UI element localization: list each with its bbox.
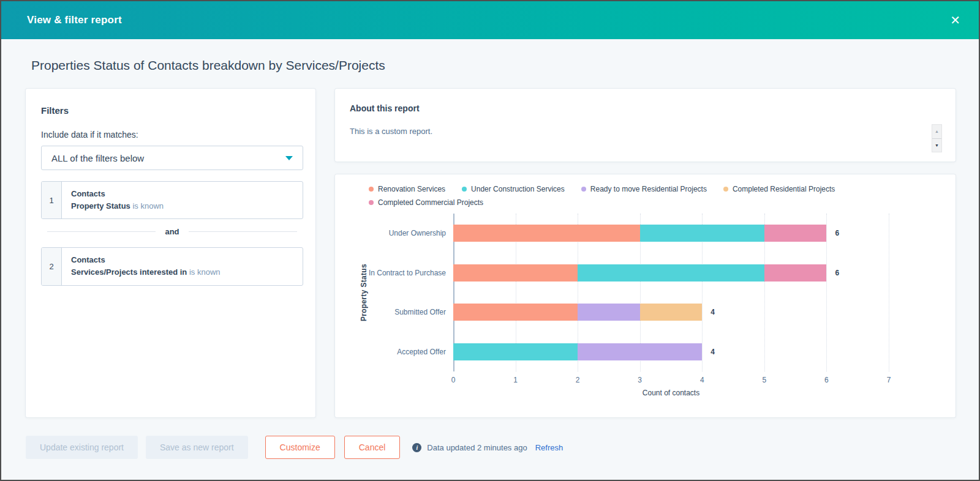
x-axis-ticks: 01234567 [453, 376, 889, 384]
match-mode-select[interactable]: ALL of the filters below [41, 146, 303, 170]
filter-number: 2 [42, 248, 62, 285]
about-heading: About this report [350, 103, 956, 113]
filter-condition: Services/Projects interested in is known [71, 266, 221, 278]
modal-header: View & filter report ✕ [1, 1, 979, 39]
legend-item[interactable]: Completed Commercial Projects [369, 198, 483, 207]
legend-dot-icon [723, 187, 728, 192]
x-tick-label: 7 [887, 376, 891, 384]
about-scrollbar[interactable]: ▲ ▼ [932, 124, 942, 152]
chart-row: Under Ownership6 [453, 214, 889, 253]
update-existing-report-button[interactable]: Update existing report [26, 436, 138, 459]
info-icon: i [412, 443, 421, 452]
chart-row: In Contract to Purchase6 [453, 253, 889, 293]
x-axis-title: Count of contacts [453, 389, 889, 397]
chart-legend: Renovation ServicesUnder Construction Se… [369, 185, 895, 207]
bar-segment [640, 304, 703, 321]
bar-segment [764, 264, 827, 282]
legend-item[interactable]: Completed Residential Projects [723, 185, 835, 193]
bar-segment [578, 343, 702, 360]
x-tick-label: 1 [513, 376, 518, 384]
chart-rows: Under Ownership6In Contract to Purchase6… [453, 214, 889, 371]
match-mode-value: ALL of the filters below [51, 153, 144, 163]
legend-dot-icon [581, 187, 586, 192]
bar-segment [578, 264, 764, 282]
filter-row-1[interactable]: 1 Contacts Property Status is known [41, 181, 303, 219]
category-label: In Contract to Purchase [369, 269, 446, 277]
category-label: Under Ownership [389, 229, 446, 237]
close-icon[interactable]: ✕ [950, 14, 960, 26]
category-label: Submitted Offer [394, 308, 446, 316]
legend-label: Ready to move Residential Projects [590, 185, 707, 193]
bar-segment [764, 225, 827, 242]
chart-plot-area: Under Ownership6In Contract to Purchase6… [453, 214, 889, 371]
legend-dot-icon [369, 200, 374, 205]
scroll-down-icon[interactable]: ▼ [932, 139, 941, 152]
data-updated-text: Data updated 2 minutes ago [427, 443, 527, 452]
legend-label: Completed Commercial Projects [378, 198, 483, 207]
scroll-up-icon[interactable]: ▲ [932, 125, 941, 139]
bar-segment [578, 304, 640, 321]
y-axis-title: Property Status [358, 214, 369, 371]
bar-total-label: 4 [710, 308, 715, 316]
filter-object: Contacts [71, 254, 221, 266]
x-tick-label: 3 [638, 376, 642, 384]
filter-condition: Property Status is known [71, 200, 164, 212]
bar-segment [453, 264, 578, 282]
bar-segment [640, 225, 764, 242]
cancel-button[interactable]: Cancel [344, 436, 401, 459]
and-label: and [165, 227, 179, 236]
x-tick-label: 4 [700, 376, 704, 384]
bar-total-label: 6 [835, 269, 839, 277]
filter-number: 1 [42, 182, 62, 218]
filters-panel: Filters Include data if it matches: ALL … [26, 89, 315, 417]
x-tick-label: 6 [824, 376, 829, 384]
x-tick-label: 2 [576, 376, 580, 384]
report-chart-panel: Renovation ServicesUnder Construction Se… [335, 174, 956, 417]
divider [189, 231, 297, 232]
filter-connector: and [47, 227, 297, 236]
legend-label: Under Construction Services [471, 185, 565, 193]
stacked-bar [453, 264, 889, 282]
divider [47, 231, 156, 232]
page-title: Properties Status of Contacts breakdown … [31, 58, 385, 73]
x-tick-label: 0 [451, 376, 456, 384]
stacked-bar [453, 343, 889, 360]
modal-title: View & filter report [27, 14, 122, 26]
bar-segment [453, 343, 578, 360]
legend-item[interactable]: Renovation Services [369, 185, 445, 193]
bar-segment [453, 304, 578, 321]
legend-item[interactable]: Ready to move Residential Projects [581, 185, 707, 193]
stacked-bar [453, 304, 889, 321]
legend-dot-icon [369, 187, 374, 192]
modal-footer: Update existing report Save as new repor… [26, 436, 967, 459]
bar-total-label: 4 [710, 348, 715, 356]
filter-row-2[interactable]: 2 Contacts Services/Projects interested … [41, 247, 303, 285]
chart-row: Accepted Offer4 [453, 332, 889, 372]
legend-label: Completed Residential Projects [733, 185, 835, 193]
filters-heading: Filters [41, 105, 303, 116]
legend-item[interactable]: Under Construction Services [462, 185, 565, 193]
refresh-link[interactable]: Refresh [535, 443, 564, 452]
about-report-panel: About this report This is a custom repor… [335, 89, 956, 162]
save-as-new-report-button[interactable]: Save as new report [146, 436, 248, 459]
bar-segment [453, 225, 640, 242]
customize-button[interactable]: Customize [265, 436, 335, 459]
chevron-down-icon [285, 156, 293, 160]
about-description: This is a custom report. [350, 127, 956, 136]
filter-object: Contacts [71, 188, 164, 200]
match-mode-label: Include data if it matches: [41, 130, 303, 140]
bar-total-label: 6 [835, 229, 839, 237]
legend-label: Renovation Services [378, 185, 445, 193]
chart-row: Submitted Offer4 [453, 293, 889, 332]
view-filter-report-modal: View & filter report ✕ Properties Status… [0, 0, 980, 481]
legend-dot-icon [462, 187, 467, 192]
x-tick-label: 5 [763, 376, 767, 384]
gridline [889, 214, 889, 371]
stacked-bar [453, 225, 889, 242]
category-label: Accepted Offer [397, 348, 446, 356]
